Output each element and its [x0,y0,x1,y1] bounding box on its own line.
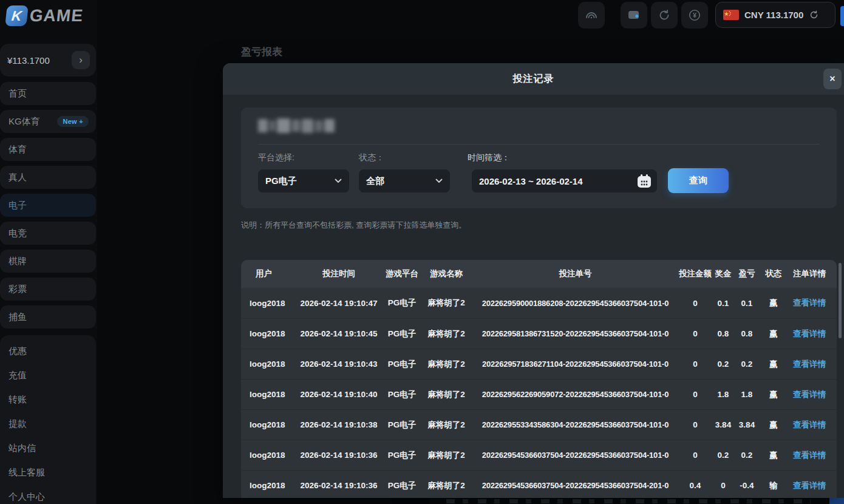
status-select[interactable]: 全部 [359,169,450,192]
dimmed-background-content [392,498,429,504]
cell: PG电子 [383,298,421,308]
refresh-balance-icon[interactable] [809,10,819,20]
sidebar-item-label: 电子 [9,200,27,211]
dimmed-background-content [446,499,811,503]
table-row: loog20182026-02-14 19:10:43PG电子麻将胡了22022… [241,349,837,379]
sidebar-item-label: 站内信 [9,443,36,454]
cell: 麻将胡了2 [421,329,472,339]
cell: 2022629545366037504-2022629545366037504-… [472,451,679,460]
sidebar-item-label: 彩票 [9,284,27,295]
column-header: 游戏平台 [383,268,421,279]
modal-title: 投注记录 [513,73,554,86]
sidebar-item-线上客服[interactable]: 线上客服 [0,460,96,485]
sidebar-item-优惠[interactable]: 优惠 [0,339,96,363]
query-note: 说明：所有平台查询不包括彩票, 查询彩票请下拉筛选单独查询。 [241,220,466,231]
cell: 麻将胡了2 [421,359,472,370]
cell: 0.8 [712,329,735,338]
wallet-expand-button[interactable]: › [72,51,90,69]
sidebar-item-label: 转账 [9,394,27,406]
platform-select[interactable]: PG电子 [258,169,349,192]
cell: PG电子 [383,450,421,461]
cell: 3.84 [735,420,759,429]
sidebar-item-真人[interactable]: 真人 [0,166,96,189]
sidebar-item-label: 体育 [9,144,27,155]
column-header: 游戏名称 [421,268,472,279]
cell: 麻将胡了2 [421,450,472,461]
cell: PG电子 [383,359,421,370]
cell: 0 [679,329,712,338]
sidebar-item-体育[interactable]: 体育 [0,138,96,161]
cell: 0.2 [712,451,735,460]
table-row: loog20182026-02-14 19:10:36PG电子麻将胡了22022… [241,470,837,498]
view-detail-link[interactable]: 查看详情 [788,450,831,461]
sidebar-item-label: 个人中心 [9,491,45,503]
sidebar-item-label: 提款 [9,418,27,430]
close-button[interactable]: × [823,69,842,89]
sidebar-item-站内信[interactable]: 站内信 [0,436,96,460]
cell: 0 [679,390,712,399]
calendar-icon[interactable] [638,174,651,188]
wallet-icon[interactable] [621,2,647,29]
cell: 0.4 [679,481,712,490]
bet-records-table: 用户投注时间游戏平台游戏名称投注单号投注金额奖金盈亏状态注单详情 loog201… [241,260,837,498]
time-filter-label: 时间筛选： [468,152,510,163]
cell: 赢 [759,450,788,461]
date-range-input[interactable]: 2026-02-13 ~ 2026-02-14 [472,169,657,192]
sidebar-item-label: 电竞 [9,228,27,239]
sidebar-item-首页[interactable]: 首页 [0,82,96,105]
view-detail-link[interactable]: 查看详情 [788,389,831,400]
filter-card: 平台选择: 状态： 时间筛选： PG电子 全部 2026-02-13 ~ 202… [241,107,837,208]
new-badge: New + [57,116,89,127]
chevron-right-icon: › [79,54,83,66]
sidebar-nav-account: 优惠充值转账提款站内信线上客服个人中心 [0,335,96,504]
sidebar-item-捕鱼[interactable]: 捕鱼 [0,305,96,329]
china-flag-icon [723,10,739,20]
date-range-value: 2026-02-13 ~ 2026-02-14 [479,176,583,186]
sidebar-item-个人中心[interactable]: 个人中心 [0,485,96,504]
signal-gauge-icon[interactable] [578,2,605,29]
sidebar-item-电竞[interactable]: 电竞 [0,222,96,245]
table-scrollbar[interactable] [839,263,842,338]
view-detail-link[interactable]: 查看详情 [788,298,831,308]
currency-amount: CNY 113.1700 [744,10,803,20]
close-icon: × [829,73,835,84]
table-header-row: 用户投注时间游戏平台游戏名称投注单号投注金额奖金盈亏状态注单详情 [241,260,837,288]
status-select-value: 全部 [366,175,384,187]
sidebar-item-彩票[interactable]: 彩票 [0,278,96,301]
masked-username [258,117,338,134]
sidebar-item-转账[interactable]: 转账 [0,387,96,412]
cell: 麻将胡了2 [421,480,472,491]
sidebar-nav-games: 首页KG体育New +体育真人电子电竞棋牌彩票捕鱼 [0,82,96,329]
sidebar-item-充值[interactable]: 充值 [0,363,96,387]
cell: PG电子 [383,389,421,400]
query-button[interactable]: 查询 [668,168,729,193]
sidebar-item-提款[interactable]: 提款 [0,412,96,436]
sidebar-item-label: 捕鱼 [9,312,27,323]
bet-records-modal: 投注记录 × 平台选择: 状态： 时间筛选： PG电子 [223,63,844,498]
currency-yen-icon[interactable]: ¥ [681,2,708,29]
modal-header: 投注记录 × [223,63,844,95]
cell: 2026-02-14 19:10:47 [294,299,383,308]
cell: 赢 [759,420,788,431]
brand-logo[interactable]: K GAME [6,4,83,28]
edge-cut-button[interactable] [840,6,844,26]
table-row: loog20182026-02-14 19:10:45PG电子麻将胡了22022… [241,318,837,349]
app-window: K GAME ¥ CNY 113.1700 [0,0,844,504]
cell: 2026-02-14 19:10:45 [294,329,383,338]
sidebar-item-KG体育[interactable]: KG体育New + [0,110,96,133]
view-detail-link[interactable]: 查看详情 [788,420,831,431]
column-header: 注单详情 [788,268,831,279]
view-detail-link[interactable]: 查看详情 [788,480,831,491]
currency-selector[interactable]: CNY 113.1700 [715,2,835,28]
sidebar-item-电子[interactable]: 电子 [0,194,96,217]
status-filter-label: 状态： [359,152,384,163]
sidebar-item-label: KG体育 [9,116,40,128]
cell: 麻将胡了2 [421,389,472,400]
refresh-icon[interactable] [651,2,678,29]
view-detail-link[interactable]: 查看详情 [788,359,831,370]
sidebar-item-棋牌[interactable]: 棋牌 [0,250,96,273]
table-row: loog20182026-02-14 19:10:40PG电子麻将胡了22022… [241,379,837,409]
view-detail-link[interactable]: 查看详情 [788,329,831,339]
cell: 2022629545366037504-2022629545366037504-… [472,481,679,490]
cell: 2022629590001886208-2022629545366037504-… [472,299,679,308]
